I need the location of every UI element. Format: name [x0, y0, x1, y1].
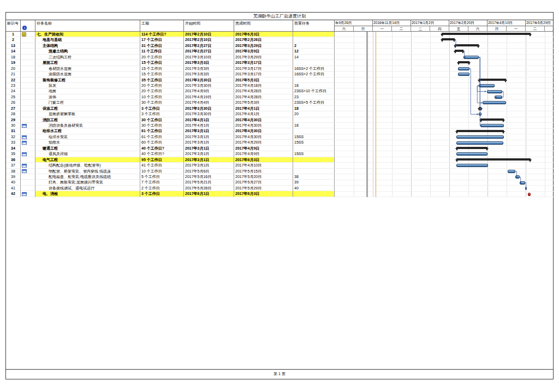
- task-indicator-cell[interactable]: [21, 100, 35, 105]
- timescale-major-label[interactable]: 2017年1月2日: [411, 20, 449, 26]
- task-predecessor-cell[interactable]: [293, 128, 335, 134]
- task-predecessor-cell[interactable]: 14: [293, 55, 335, 60]
- task-start-cell[interactable]: 2017年3月30日: [184, 83, 234, 88]
- task-start-cell[interactable]: 2017年3月1日: [184, 146, 234, 151]
- timescale-major-label[interactable]: 年9月26日: [335, 20, 373, 26]
- task-indicator-cell[interactable]: [21, 151, 35, 157]
- task-duration-cell[interactable]: 31 个工作日: [140, 43, 184, 49]
- task-finish-cell[interactable]: 2017年5月3日: [234, 100, 293, 105]
- task-finish-cell[interactable]: 2017年3月17日: [234, 72, 293, 77]
- task-indicator-cell[interactable]: [21, 78, 35, 83]
- task-finish-cell[interactable]: 2017年4月1日: [234, 106, 293, 111]
- task-duration-cell[interactable]: 2 个工作日: [140, 186, 184, 191]
- task-start-cell[interactable]: 2017年3月30日: [184, 78, 234, 83]
- column-header-predecessors[interactable]: 前置任务: [293, 20, 335, 32]
- task-duration-cell[interactable]: 3 个工作日: [140, 111, 184, 117]
- task-start-cell[interactable]: 2017年3月1日: [184, 128, 234, 134]
- task-indicator-cell[interactable]: [21, 169, 35, 174]
- task-id-cell[interactable]: 33: [6, 140, 21, 145]
- task-name-cell[interactable]: 门窗工程: [35, 100, 140, 105]
- task-predecessor-cell[interactable]: 38: [293, 174, 335, 180]
- task-id-cell[interactable]: 21: [6, 72, 21, 77]
- task-duration-cell[interactable]: 10 个工作日: [140, 169, 184, 174]
- task-start-cell[interactable]: 2017年4月1日: [184, 117, 234, 123]
- timescale-major-label[interactable]: 2017年5月29日: [526, 20, 554, 26]
- task-finish-cell[interactable]: 2017年4月30日: [234, 134, 293, 140]
- task-predecessor-cell[interactable]: 18: [293, 123, 335, 128]
- task-indicator-cell[interactable]: [21, 180, 35, 185]
- task-duration-cell[interactable]: 114 个工作日?: [140, 32, 184, 37]
- task-start-cell[interactable]: 2017年3月10日: [184, 55, 234, 60]
- timescale-minor-label[interactable]: 六: [335, 26, 354, 32]
- task-indicator-cell[interactable]: [21, 49, 35, 54]
- task-predecessor-cell[interactable]: [293, 191, 335, 197]
- task-predecessor-cell[interactable]: 23SS+5 个工作日: [293, 100, 335, 105]
- task-finish-cell[interactable]: 2017年4月9日: [234, 151, 293, 157]
- task-start-cell[interactable]: 2017年5月6日: [184, 169, 234, 174]
- task-start-cell[interactable]: 2017年3月30日: [184, 111, 234, 117]
- task-finish-cell[interactable]: 2017年5月20日: [234, 174, 293, 180]
- task-indicator-cell[interactable]: [21, 66, 35, 72]
- task-predecessor-cell[interactable]: 40: [293, 186, 335, 191]
- timescale-major-label[interactable]: 2016年11月14日: [373, 20, 411, 26]
- task-calendar-icon[interactable]: [22, 192, 27, 196]
- timescale-minor-tier[interactable]: 六日一二三四五六日一二三: [335, 26, 554, 32]
- task-name-cell[interactable]: 消防工程: [35, 117, 140, 123]
- column-header-finish[interactable]: 完成时间: [234, 20, 293, 32]
- task-name-cell[interactable]: 暖通工程: [35, 146, 140, 151]
- task-id-cell[interactable]: 41: [6, 186, 21, 191]
- task-finish-cell[interactable]: 2017年5月3日: [234, 78, 293, 83]
- task-indicator-cell[interactable]: [21, 163, 35, 168]
- task-indicator-cell[interactable]: [21, 128, 35, 134]
- task-predecessor-cell[interactable]: [293, 60, 335, 66]
- task-id-cell[interactable]: 38: [6, 169, 21, 174]
- column-header-task-name[interactable]: 任务名称: [35, 20, 140, 32]
- task-name-cell[interactable]: 明配管、桥架安装、管内穿线 线缆连: [35, 169, 140, 174]
- timescale-minor-label[interactable]: 日: [487, 26, 507, 32]
- task-finish-cell[interactable]: 2017年3月17日: [234, 60, 293, 66]
- task-finish-cell[interactable]: 2017年3月9日: [234, 49, 293, 54]
- task-start-cell[interactable]: 2017年2月27日: [184, 43, 234, 49]
- timescale-minor-label[interactable]: 四: [430, 26, 449, 32]
- task-start-cell[interactable]: 2017年2月10日: [184, 37, 234, 43]
- task-duration-cell[interactable]: 60 个工作日: [140, 140, 184, 145]
- task-predecessor-cell[interactable]: 2: [293, 43, 335, 49]
- task-start-cell[interactable]: 2017年5月21日: [184, 180, 234, 185]
- task-start-cell[interactable]: 2017年3月1日: [184, 163, 234, 168]
- task-duration-cell[interactable]: 95 个工作日: [140, 157, 184, 163]
- task-start-cell[interactable]: 2017年5月16日: [184, 174, 234, 180]
- task-name-cell[interactable]: 主体结构: [35, 43, 140, 49]
- task-duration-cell[interactable]: 20 个工作日: [140, 55, 184, 60]
- task-start-cell[interactable]: 2017年4月1日: [184, 123, 234, 128]
- task-indicator-cell[interactable]: [21, 174, 35, 180]
- task-predecessor-cell[interactable]: 16SS+2 个工作日: [293, 66, 335, 72]
- task-start-cell[interactable]: 2017年2月27日: [184, 49, 234, 54]
- task-finish-cell[interactable]: 2017年4月30日: [234, 117, 293, 123]
- task-predecessor-cell[interactable]: 18: [293, 106, 335, 111]
- timescale-minor-label[interactable]: 三: [545, 26, 554, 32]
- task-finish-cell[interactable]: 2017年3月29日: [234, 55, 293, 60]
- task-predecessor-cell[interactable]: 16SS+2 个工作日: [293, 72, 335, 77]
- task-indicator-cell[interactable]: [21, 94, 35, 100]
- task-predecessor-cell[interactable]: [293, 117, 335, 123]
- task-id-cell[interactable]: 30: [6, 123, 21, 128]
- task-predecessor-cell[interactable]: [293, 157, 335, 163]
- task-finish-cell[interactable]: 2017年4月10日: [234, 163, 293, 168]
- timescale-minor-label[interactable]: 二: [392, 26, 411, 32]
- task-duration-cell[interactable]: 35 个工作日: [140, 78, 184, 83]
- task-id-cell[interactable]: 22: [6, 78, 21, 83]
- task-indicator-cell[interactable]: [21, 123, 35, 128]
- task-start-cell[interactable]: 2017年3月3日: [184, 60, 234, 66]
- timescale-minor-label[interactable]: 五: [449, 26, 468, 32]
- task-name-cell[interactable]: 灯具、面板安装;屋面接闪带安装: [35, 180, 140, 185]
- task-indicator-cell[interactable]: [21, 191, 35, 197]
- task-indicator-cell[interactable]: [21, 106, 35, 111]
- task-id-cell[interactable]: 23: [6, 83, 21, 88]
- timescale-minor-label[interactable]: 三: [411, 26, 430, 32]
- task-name-cell[interactable]: 通风及排烟: [35, 151, 140, 157]
- task-id-cell[interactable]: 35: [6, 151, 21, 157]
- task-calendar-icon[interactable]: [22, 141, 27, 145]
- task-indicator-cell[interactable]: [21, 134, 35, 140]
- task-name-cell[interactable]: 七、生产回收间: [35, 32, 140, 37]
- task-start-cell[interactable]: 2017年6月1日: [184, 191, 234, 197]
